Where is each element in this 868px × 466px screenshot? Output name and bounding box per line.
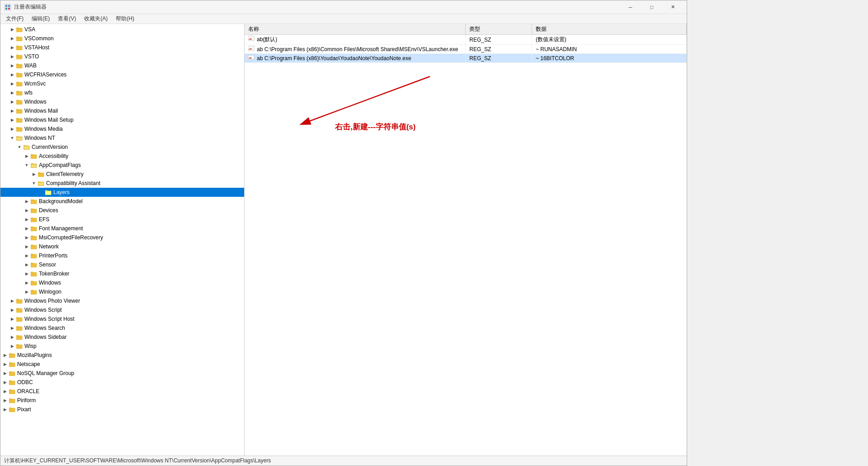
expander-appcompatflags[interactable]: ▼ — [23, 162, 30, 169]
expander-odbc[interactable]: ▶ — [1, 379, 9, 386]
tree-item-pixart[interactable]: ▶ Pixart — [0, 405, 244, 414]
tree-item-windowsphotoviewer[interactable]: ▶ Windows Photo Viewer — [0, 296, 244, 305]
expander-printerports[interactable]: ▶ — [23, 252, 30, 259]
expander-windowsmedia[interactable]: ▶ — [9, 125, 16, 133]
tree-item-vsa[interactable]: ▶ VSA — [0, 25, 244, 34]
expander-layers[interactable] — [38, 189, 45, 196]
close-button[interactable]: ✕ — [663, 0, 683, 14]
expander-wab[interactable]: ▶ — [9, 62, 16, 69]
expander-windowsmail[interactable]: ▶ — [9, 107, 16, 114]
expander-clienttelemetry[interactable]: ▶ — [30, 171, 38, 178]
expander-mozillaplugins[interactable]: ▶ — [1, 352, 9, 359]
tree-item-tokenbroker[interactable]: ▶ TokenBroker — [0, 269, 244, 278]
expander-windows[interactable]: ▶ — [9, 98, 16, 105]
tree-item-vscommon[interactable]: ▶ VSCommon — [0, 34, 244, 43]
tree-item-oracle[interactable]: ▶ ORACLE — [0, 387, 244, 396]
menu-item-e[interactable]: 编辑(E) — [28, 14, 53, 24]
expander-windowsscripthost[interactable]: ▶ — [9, 315, 16, 323]
tree-item-efs[interactable]: ▶ EFS — [0, 215, 244, 224]
expander-vscommon[interactable]: ▶ — [9, 35, 16, 42]
tree-item-network[interactable]: ▶ Network — [0, 242, 244, 251]
tree-item-sensor[interactable]: ▶ Sensor — [0, 260, 244, 269]
tree-item-printerports[interactable]: ▶ PrinterPorts — [0, 251, 244, 260]
expander-windowssub[interactable]: ▶ — [23, 279, 30, 286]
expander-wfs[interactable]: ▶ — [9, 89, 16, 96]
expander-windowssidebar[interactable]: ▶ — [9, 333, 16, 341]
tree-item-piriform[interactable]: ▶ Piriform — [0, 396, 244, 405]
tree-item-compatibilityassistant[interactable]: ▼ Compatibility Assistant — [0, 179, 244, 188]
expander-vsa[interactable]: ▶ — [9, 26, 16, 33]
expander-compatibilityassistant[interactable]: ▼ — [30, 180, 38, 187]
minimize-button[interactable]: ─ — [620, 0, 641, 14]
expander-windowsphotoviewer[interactable]: ▶ — [9, 297, 16, 304]
expander-fontmanagement[interactable]: ▶ — [23, 225, 30, 232]
tree-item-windowsmailsetup[interactable]: ▶ Windows Mail Setup — [0, 115, 244, 124]
tree-item-wab[interactable]: ▶ WAB — [0, 61, 244, 70]
expander-piriform[interactable]: ▶ — [1, 397, 9, 404]
tree-item-fontmanagement[interactable]: ▶ Font Management — [0, 224, 244, 233]
expander-vstahost[interactable]: ▶ — [9, 44, 16, 51]
expander-windowssearch[interactable]: ▶ — [9, 324, 16, 332]
tree-item-appcompatflags[interactable]: ▼ AppCompatFlags — [0, 161, 244, 170]
tree-item-vstahost[interactable]: ▶ VSTAHost — [0, 43, 244, 52]
table-row[interactable]: ab ab C:\Program Files (x86)\Youdao\Youd… — [245, 54, 687, 63]
menu-item-v[interactable]: 查看(V) — [54, 14, 80, 24]
expander-oracle[interactable]: ▶ — [1, 388, 9, 395]
expander-nosqlmanager[interactable]: ▶ — [1, 370, 9, 377]
expander-devices[interactable]: ▶ — [23, 207, 30, 214]
tree-item-wcmsvc[interactable]: ▶ WcmSvc — [0, 79, 244, 88]
expander-vsto[interactable]: ▶ — [9, 53, 16, 60]
expander-efs[interactable]: ▶ — [23, 216, 30, 223]
tree-item-wfs[interactable]: ▶ wfs — [0, 88, 244, 97]
tree-item-odbc[interactable]: ▶ ODBC — [0, 378, 244, 387]
tree-item-windowsmedia[interactable]: ▶ Windows Media — [0, 124, 244, 133]
tree-item-vsto[interactable]: ▶ VSTO — [0, 52, 244, 61]
tree-item-mozillaplugins[interactable]: ▶ MozillaPlugins — [0, 351, 244, 360]
tree-item-windowsscript[interactable]: ▶ Windows Script — [0, 305, 244, 314]
tree-item-clienttelemetry[interactable]: ▶ ClientTelemetry — [0, 170, 244, 179]
tree-item-windowsmail[interactable]: ▶ Windows Mail — [0, 106, 244, 115]
tree-item-layers[interactable]: Layers — [0, 188, 244, 197]
expander-msicorrupted[interactable]: ▶ — [23, 234, 30, 241]
maximize-button[interactable]: □ — [642, 0, 662, 14]
expander-accessibility[interactable]: ▶ — [23, 152, 30, 160]
menu-item-f[interactable]: 文件(F) — [2, 14, 27, 24]
tree-item-winlogon[interactable]: ▶ Winlogon — [0, 287, 244, 296]
tree-item-windows[interactable]: ▶ Windows — [0, 97, 244, 106]
tree-item-wcfriaservices[interactable]: ▶ WCFRIAServices — [0, 70, 244, 79]
expander-wisp[interactable]: ▶ — [9, 342, 16, 350]
tree-item-wisp[interactable]: ▶ Wisp — [0, 342, 244, 351]
menu-item-h[interactable]: 帮助(H) — [112, 14, 138, 24]
expander-netscape[interactable]: ▶ — [1, 361, 9, 368]
expander-windowsmailsetup[interactable]: ▶ — [9, 116, 16, 124]
tree-item-windowsscripthost[interactable]: ▶ Windows Script Host — [0, 314, 244, 323]
expander-windowsscript[interactable]: ▶ — [9, 306, 16, 314]
menu-item-a[interactable]: 收藏夹(A) — [80, 14, 111, 24]
expander-wcfriaservices[interactable]: ▶ — [9, 71, 16, 78]
expander-network[interactable]: ▶ — [23, 243, 30, 250]
expander-sensor[interactable]: ▶ — [23, 261, 30, 268]
expander-tokenbroker[interactable]: ▶ — [23, 270, 30, 277]
expander-winlogon[interactable]: ▶ — [23, 288, 30, 295]
table-row[interactable]: ab ab(默认)REG_SZ(数值未设置) — [245, 35, 687, 45]
tree-item-windowsnt[interactable]: ▼ Windows NT — [0, 133, 244, 143]
tree-item-windowssidebar[interactable]: ▶ Windows Sidebar — [0, 333, 244, 342]
table-row[interactable]: ab ab C:\Program Files (x86)\Common File… — [245, 45, 687, 54]
tree-item-windowssub[interactable]: ▶ Windows — [0, 278, 244, 287]
expander-backgroundmodel[interactable]: ▶ — [23, 198, 30, 205]
tree-item-currentversion[interactable]: ▼ CurrentVersion — [0, 143, 244, 152]
tree-item-msicorrupted[interactable]: ▶ MsiCorruptedFileRecovery — [0, 233, 244, 242]
tree-item-accessibility[interactable]: ▶ Accessibility — [0, 152, 244, 161]
tree-item-windowssearch[interactable]: ▶ Windows Search — [0, 323, 244, 333]
expander-windowsnt[interactable]: ▼ — [9, 134, 16, 142]
expander-currentversion[interactable]: ▼ — [16, 143, 23, 151]
expander-wcmsvc[interactable]: ▶ — [9, 80, 16, 87]
tree-item-backgroundmodel[interactable]: ▶ BackgroundModel — [0, 197, 244, 206]
tree-label-windows: Windows — [24, 99, 47, 105]
expander-pixart[interactable]: ▶ — [1, 406, 9, 413]
tree-panel[interactable]: ▶ VSA▶ VSCommon▶ VSTAHost▶ VSTO▶ WAB▶ WC… — [0, 24, 244, 456]
tree-item-nosqlmanager[interactable]: ▶ NoSQL Manager Group — [0, 369, 244, 378]
registry-table[interactable]: 名称 类型 数据 ab ab(默认)REG_SZ(数值未设置) ab ab C:… — [245, 24, 687, 456]
tree-item-devices[interactable]: ▶ Devices — [0, 206, 244, 215]
tree-item-netscape[interactable]: ▶ Netscape — [0, 360, 244, 369]
